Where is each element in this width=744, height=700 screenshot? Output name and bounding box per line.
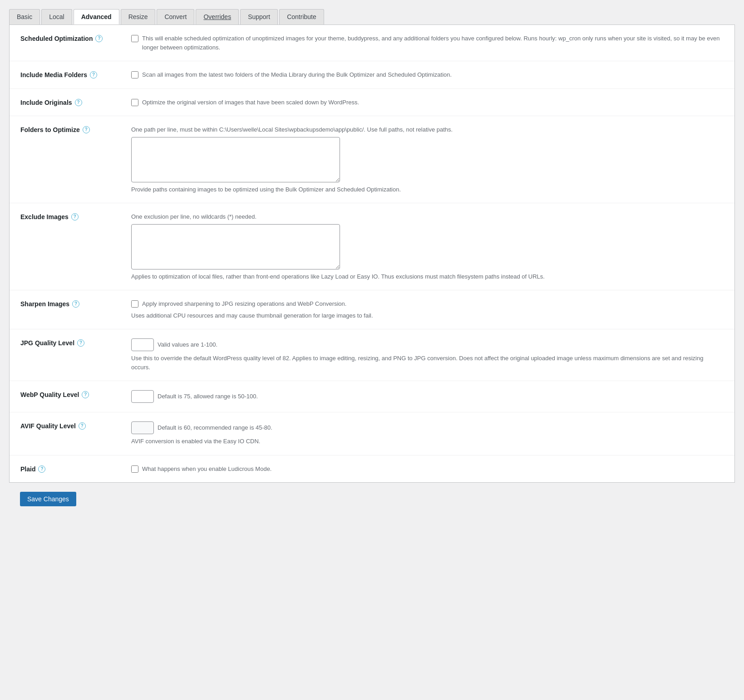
inline-desc-webp-quality: Default is 75, allowed range is 50-100.: [158, 392, 258, 401]
content-jpg-quality-level: Valid values are 1-100. Use this to over…: [131, 338, 724, 372]
page-wrapper: Basic Local Advanced Resize Convert Over…: [0, 0, 744, 534]
tab-support[interactable]: Support: [240, 9, 278, 24]
desc-sharpen-images: Apply improved sharpening to JPG resizin…: [142, 299, 346, 308]
settings-panel: Scheduled Optimization ? This will enabl…: [9, 24, 735, 483]
help-icon-folders-to-optimize[interactable]: ?: [83, 126, 90, 133]
inline-row-avif: Default is 60, recommended range is 45-8…: [131, 421, 724, 434]
row-include-media-folders: Include Media Folders ? Scan all images …: [10, 61, 734, 89]
row-scheduled-optimization: Scheduled Optimization ? This will enabl…: [10, 25, 734, 61]
footer-avif-quality: AVIF conversion is enabled via the Easy …: [131, 437, 724, 446]
tab-advanced[interactable]: Advanced: [74, 9, 119, 24]
content-plaid: What happens when you enable Ludicrous M…: [131, 465, 724, 474]
label-folders-to-optimize: Folders to Optimize ?: [20, 125, 120, 133]
tab-basic[interactable]: Basic: [9, 9, 40, 24]
row-webp-quality-level: WebP Quality Level ? Default is 75, allo…: [10, 381, 734, 412]
content-include-originals: Optimize the original version of images …: [131, 98, 724, 107]
help-icon-scheduled-optimization[interactable]: ?: [95, 35, 103, 42]
help-icon-jpg-quality[interactable]: ?: [77, 339, 84, 347]
footer-folders-to-optimize: Provide paths containing images to be op…: [131, 185, 724, 194]
checkbox-row-sharpen: Apply improved sharpening to JPG resizin…: [131, 299, 724, 308]
desc-include-media-folders: Scan all images from the latest two fold…: [142, 70, 452, 79]
checkbox-row-originals: Optimize the original version of images …: [131, 98, 724, 107]
content-include-media-folders: Scan all images from the latest two fold…: [131, 70, 724, 79]
help-icon-sharpen-images[interactable]: ?: [72, 300, 79, 308]
help-icon-webp-quality[interactable]: ?: [82, 391, 89, 398]
label-sharpen-images: Sharpen Images ?: [20, 299, 120, 308]
textarea-folders-to-optimize[interactable]: [131, 137, 340, 182]
save-changes-button[interactable]: Save Changes: [20, 492, 76, 506]
input-jpg-quality-level[interactable]: [131, 338, 154, 351]
desc-scheduled-optimization: This will enable scheduled optimization …: [142, 34, 724, 52]
tab-bar: Basic Local Advanced Resize Convert Over…: [9, 9, 735, 24]
help-icon-include-originals[interactable]: ?: [75, 99, 82, 106]
checkbox-plaid[interactable]: [131, 465, 138, 473]
tab-convert[interactable]: Convert: [157, 9, 194, 24]
label-jpg-quality-level: JPG Quality Level ?: [20, 338, 120, 347]
label-webp-quality-level: WebP Quality Level ?: [20, 390, 120, 398]
tab-local[interactable]: Local: [41, 9, 72, 24]
label-include-media-folders: Include Media Folders ?: [20, 70, 120, 78]
content-sharpen-images: Apply improved sharpening to JPG resizin…: [131, 299, 724, 320]
help-icon-avif-quality[interactable]: ?: [79, 422, 86, 430]
checkbox-row-plaid: What happens when you enable Ludicrous M…: [131, 465, 724, 474]
checkbox-include-media-folders[interactable]: [131, 71, 138, 78]
label-include-originals: Include Originals ?: [20, 98, 120, 106]
checkbox-scheduled-optimization[interactable]: [131, 35, 138, 42]
tab-overrides[interactable]: Overrides: [196, 9, 239, 24]
content-exclude-images: One exclusion per line, no wildcards (*)…: [131, 212, 724, 281]
label-exclude-images: Exclude Images ?: [20, 212, 120, 220]
tab-resize[interactable]: Resize: [121, 9, 156, 24]
checkbox-sharpen-images[interactable]: [131, 300, 138, 308]
help-icon-plaid[interactable]: ?: [38, 465, 45, 473]
footer-exclude-images: Applies to optimization of local files, …: [131, 272, 724, 281]
row-jpg-quality-level: JPG Quality Level ? Valid values are 1-1…: [10, 329, 734, 381]
textarea-exclude-images[interactable]: [131, 224, 340, 269]
row-plaid: Plaid ? What happens when you enable Lud…: [10, 455, 734, 483]
help-icon-include-media-folders[interactable]: ?: [90, 71, 97, 78]
row-sharpen-images: Sharpen Images ? Apply improved sharpeni…: [10, 290, 734, 329]
inline-row-webp: Default is 75, allowed range is 50-100.: [131, 390, 724, 403]
inline-desc-avif-quality: Default is 60, recommended range is 45-8…: [158, 423, 272, 432]
row-exclude-images: Exclude Images ? One exclusion per line,…: [10, 203, 734, 290]
content-avif-quality-level: Default is 60, recommended range is 45-8…: [131, 421, 724, 446]
hint-exclude-images: One exclusion per line, no wildcards (*)…: [131, 212, 724, 221]
subdesc-sharpen-images: Uses additional CPU resources and may ca…: [131, 311, 724, 320]
footer-jpg-quality: Use this to override the default WordPre…: [131, 354, 724, 372]
help-icon-exclude-images[interactable]: ?: [71, 213, 79, 220]
inline-row-jpg: Valid values are 1-100.: [131, 338, 724, 351]
checkbox-include-originals[interactable]: [131, 99, 138, 106]
content-scheduled-optimization: This will enable scheduled optimization …: [131, 34, 724, 52]
content-folders-to-optimize: One path per line, must be within C:\Use…: [131, 125, 724, 194]
label-scheduled-optimization: Scheduled Optimization ?: [20, 34, 120, 42]
tab-contribute[interactable]: Contribute: [279, 9, 324, 24]
row-avif-quality-level: AVIF Quality Level ? Default is 60, reco…: [10, 412, 734, 455]
checkbox-row-scheduled: This will enable scheduled optimization …: [131, 34, 724, 52]
checkbox-row-media: Scan all images from the latest two fold…: [131, 70, 724, 79]
desc-plaid: What happens when you enable Ludicrous M…: [142, 465, 271, 474]
desc-include-originals: Optimize the original version of images …: [142, 98, 359, 107]
hint-folders-to-optimize: One path per line, must be within C:\Use…: [131, 125, 724, 134]
input-webp-quality-level[interactable]: [131, 390, 154, 403]
label-plaid: Plaid ?: [20, 465, 120, 473]
label-avif-quality-level: AVIF Quality Level ?: [20, 421, 120, 430]
inline-desc-jpg-quality: Valid values are 1-100.: [158, 340, 217, 349]
row-include-originals: Include Originals ? Optimize the origina…: [10, 89, 734, 117]
row-folders-to-optimize: Folders to Optimize ? One path per line,…: [10, 116, 734, 203]
input-avif-quality-level[interactable]: [131, 421, 154, 434]
content-webp-quality-level: Default is 75, allowed range is 50-100.: [131, 390, 724, 403]
